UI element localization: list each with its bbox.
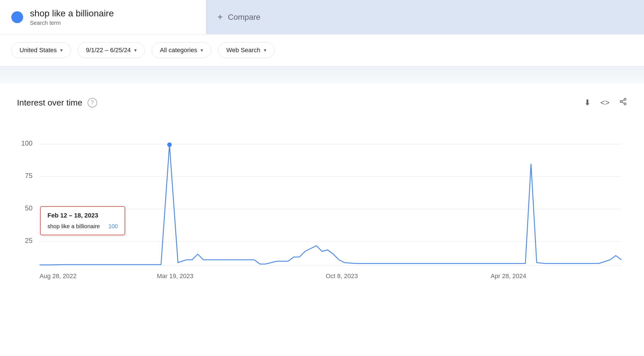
chart-actions: ⬇ <> [584,98,627,107]
svg-text:75: 75 [25,172,32,179]
filter-bar: United States ▾ 9/1/22 – 6/25/24 ▾ All c… [0,34,644,67]
svg-line-3 [622,102,624,104]
tooltip-row: shop like a billionaire 100 [47,223,118,230]
chart-title: Interest over time [17,98,82,107]
tooltip-value: 100 [108,223,118,230]
search-type-dropdown[interactable]: Web Search ▾ [218,42,275,58]
svg-line-4 [622,100,624,101]
date-chevron-icon: ▾ [134,47,137,53]
compare-plus-icon: + [217,12,223,22]
svg-text:Apr 28, 2024: Apr 28, 2024 [491,273,526,280]
svg-text:Aug 28, 2022: Aug 28, 2022 [40,273,77,280]
category-dropdown[interactable]: All categories ▾ [152,42,211,58]
search-type-label: Web Search [226,47,260,54]
header-area: shop like a billionaire Search term + Co… [0,0,644,34]
search-term-card: shop like a billionaire Search term [0,0,206,34]
download-button[interactable]: ⬇ [584,98,591,107]
chart-section: Interest over time ? ⬇ <> [0,83,644,302]
date-range-label: 9/1/22 – 6/25/24 [86,47,131,54]
region-label: United States [19,47,57,54]
date-range-dropdown[interactable]: 9/1/22 – 6/25/24 ▾ [78,42,145,58]
compare-label: Compare [228,13,260,22]
svg-point-18 [167,142,172,147]
category-chevron-icon: ▾ [201,47,203,53]
search-term-subtitle: Search term [30,20,114,26]
category-label: All categories [160,47,197,54]
svg-text:25: 25 [25,237,32,244]
svg-text:50: 50 [25,204,32,212]
interest-chart: 100 75 50 25 Aug 28, 2022 Mar 19, 2023 O… [17,122,627,285]
svg-point-0 [624,98,626,100]
svg-text:100: 100 [21,139,32,147]
chart-header: Interest over time ? ⬇ <> [17,98,627,107]
svg-text:Mar 19, 2023: Mar 19, 2023 [157,273,193,280]
help-icon[interactable]: ? [88,98,97,107]
svg-point-1 [620,101,622,103]
search-type-chevron-icon: ▾ [264,47,266,53]
compare-card[interactable]: + Compare [206,0,644,34]
svg-text:Oct 8, 2023: Oct 8, 2023 [326,273,358,280]
share-button[interactable] [619,98,627,107]
tooltip-date: Feb 12 – 18, 2023 [47,212,118,219]
region-chevron-icon: ▾ [60,47,63,53]
embed-button[interactable]: <> [600,98,610,107]
chart-title-area: Interest over time ? [17,98,97,107]
chart-tooltip: Feb 12 – 18, 2023 shop like a billionair… [40,206,125,235]
tooltip-term: shop like a billionaire [47,223,100,230]
spacer-band [0,67,644,83]
svg-point-2 [624,103,626,105]
term-info: shop like a billionaire Search term [30,8,114,26]
chart-container: 100 75 50 25 Aug 28, 2022 Mar 19, 2023 O… [17,122,627,285]
term-dot [11,11,23,23]
search-term-title: shop like a billionaire [30,8,114,19]
region-dropdown[interactable]: United States ▾ [11,42,71,58]
